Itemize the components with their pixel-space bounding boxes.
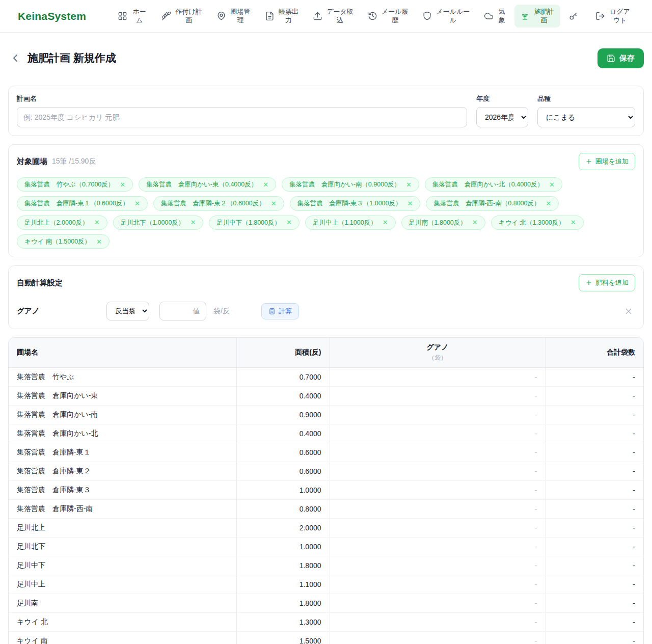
remove-tag-icon[interactable]: ✕ [570, 219, 576, 226]
cell-field-name: 集落営農 倉庫隣-東３ [9, 481, 236, 500]
cell-area: 0.4000 [236, 387, 330, 406]
cell-total: - [546, 443, 643, 462]
cell-field-name: 足川中上 [9, 575, 236, 594]
col-header-guano: グアノ （袋） [330, 338, 546, 368]
add-field-button[interactable]: 圃場を追加 [579, 153, 635, 170]
remove-tag-icon[interactable]: ✕ [549, 181, 555, 188]
table-row: 足川中下 1.8000 - - [9, 556, 643, 575]
remove-fertilizer-icon[interactable] [623, 306, 634, 317]
nav-item-home[interactable]: ホーム [112, 5, 154, 28]
remove-tag-icon[interactable]: ✕ [406, 181, 412, 188]
cell-area: 0.6000 [236, 443, 330, 462]
cell-guano: - [330, 556, 546, 575]
remove-tag-icon[interactable]: ✕ [263, 181, 268, 188]
plus-icon [585, 279, 592, 286]
nav-item-mail-history[interactable]: メール履歴 [362, 5, 415, 28]
brand-logo: KeinaSystem [18, 10, 86, 22]
fields-table-card: 圃場名 面積(反) グアノ （袋） 合計袋数 集落営農 竹やぶ [8, 337, 644, 644]
remove-tag-icon[interactable]: ✕ [96, 238, 102, 245]
cell-area: 1.8000 [236, 556, 330, 575]
cell-guano: - [330, 594, 546, 613]
calc-method-select[interactable]: 反当袋数 [106, 302, 149, 320]
remove-tag-icon[interactable]: ✕ [383, 219, 388, 226]
remove-tag-icon[interactable]: ✕ [190, 219, 196, 226]
table-row: 集落営農 倉庫隣-東２ 0.6000 - - [9, 462, 643, 481]
top-navigation: KeinaSystem ホーム 作付け計画 圃場管理 [0, 0, 652, 33]
key-icon [568, 11, 578, 21]
year-select[interactable]: 2026年度 [476, 107, 528, 127]
col-header-guano-unit: （袋） [338, 354, 537, 362]
remove-tag-icon[interactable]: ✕ [472, 219, 478, 226]
nav-item-label: メール履歴 [381, 8, 409, 24]
nav-item-report-output[interactable]: 帳票出力 [259, 5, 305, 28]
cell-area: 1.3000 [236, 613, 330, 632]
nav-item-label: 圃場管理 [230, 8, 251, 24]
nav-item-field-management[interactable]: 圃場管理 [211, 5, 257, 28]
field-tag-label: 足川中上（1.1000反） [313, 219, 377, 227]
table-row: 集落営農 竹やぶ 0.7000 - - [9, 368, 643, 387]
nav-item-data-import[interactable]: データ取込 [307, 5, 360, 28]
nav-item-mail-rules[interactable]: メールルール [417, 5, 476, 28]
variety-label: 品種 [537, 94, 635, 103]
remove-tag-icon[interactable]: ✕ [546, 200, 552, 207]
field-tag: 集落営農 倉庫向かい-南（0.9000反） ✕ [282, 177, 419, 192]
table-row: 集落営農 倉庫向かい-北 0.4000 - - [9, 424, 643, 443]
remove-tag-icon[interactable]: ✕ [408, 200, 413, 207]
sprout-icon [520, 11, 530, 21]
nav-item-auth-key[interactable] [563, 8, 587, 24]
field-tag: 足川中下（1.8000反） ✕ [209, 216, 300, 230]
upload-icon [313, 11, 322, 21]
variety-select[interactable]: にこまる [537, 107, 635, 127]
cell-total: - [546, 556, 643, 575]
field-tag: キウイ 南（1.5000反） ✕ [17, 234, 110, 249]
back-button[interactable] [8, 51, 22, 65]
cell-total: - [546, 613, 643, 632]
field-tag-label: 足川北上（2.0000反） [24, 219, 89, 227]
plan-name-input[interactable] [17, 107, 467, 127]
col-header-guano-label: グアノ [427, 343, 449, 351]
cell-area: 2.0000 [236, 519, 330, 538]
table-row: 集落営農 倉庫隣-西-南 0.8000 - - [9, 500, 643, 519]
page-title: 施肥計画 新規作成 [28, 51, 116, 65]
remove-tag-icon[interactable]: ✕ [286, 219, 292, 226]
calculate-button[interactable]: 計算 [261, 303, 299, 319]
file-icon [265, 11, 275, 21]
nav-item-label: 帳票出力 [278, 8, 300, 24]
nav-item-planting-plan[interactable]: 作付け計画 [156, 5, 208, 28]
table-row: 足川北上 2.0000 - - [9, 519, 643, 538]
chevron-left-icon [9, 52, 21, 64]
remove-tag-icon[interactable]: ✕ [271, 200, 277, 207]
cell-field-name: 集落営農 倉庫隣-東１ [9, 443, 236, 462]
cell-total: - [546, 387, 643, 406]
cell-field-name: キウイ 北 [9, 613, 236, 632]
col-header-total: 合計袋数 [546, 338, 643, 368]
cell-total: - [546, 632, 643, 644]
nav-item-logout[interactable]: ログアウト [590, 5, 637, 28]
grid-icon [118, 11, 127, 21]
nav-item-fertilization-plan[interactable]: 施肥計画 [514, 5, 560, 28]
history-icon [368, 11, 377, 21]
cell-total: - [546, 575, 643, 594]
calc-value-input[interactable] [159, 302, 206, 320]
save-icon [607, 54, 615, 63]
remove-tag-icon[interactable]: ✕ [134, 200, 140, 207]
cell-area: 0.7000 [236, 368, 330, 387]
cell-guano: - [330, 632, 546, 644]
add-fertilizer-button[interactable]: 肥料を追加 [579, 274, 635, 291]
cell-total: - [546, 406, 643, 424]
map-pin-icon [216, 11, 226, 21]
field-tag: 集落営農 倉庫隣-東３（1.0000反） ✕ [290, 196, 421, 210]
cell-field-name: 集落営農 倉庫向かい-東 [9, 387, 236, 406]
remove-tag-icon[interactable]: ✕ [120, 181, 125, 188]
nav-item-label: 気象 [497, 8, 506, 24]
col-header-area: 面積(反) [236, 338, 330, 368]
cell-area: 0.4000 [236, 424, 330, 443]
nav-item-weather[interactable]: 気象 [478, 5, 512, 28]
cell-total: - [546, 500, 643, 519]
remove-tag-icon[interactable]: ✕ [94, 219, 100, 226]
save-button[interactable]: 保存 [597, 48, 644, 68]
cell-field-name: 集落営農 倉庫向かい-北 [9, 424, 236, 443]
cell-guano: - [330, 462, 546, 481]
calc-unit-label: 袋/反 [213, 307, 230, 316]
cell-area: 1.5000 [236, 632, 330, 644]
